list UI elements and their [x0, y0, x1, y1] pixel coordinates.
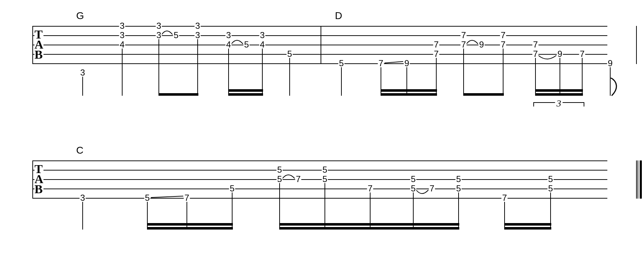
beam-secondary [280, 223, 459, 226]
fret-number: 5 [410, 185, 416, 192]
fret-number: 7 [433, 50, 439, 58]
fret-number: 5 [276, 166, 282, 174]
staff-line [32, 198, 607, 199]
tie-arc-icon [538, 55, 558, 63]
note-stem [289, 58, 290, 96]
fret-number: 5 [455, 185, 461, 192]
tab-page: TABTABG333433533345345D579777797777979C3… [0, 0, 644, 272]
fret-number: 5 [455, 175, 461, 183]
note-stem [228, 48, 229, 96]
staff-line [32, 54, 607, 55]
fret-number: 9 [557, 50, 563, 58]
end-barline [640, 160, 642, 199]
fret-number: 7 [184, 194, 190, 202]
tie-arc-icon [161, 27, 174, 36]
beam-secondary [147, 223, 233, 226]
fret-number: 3 [156, 22, 162, 30]
fret-number: 5 [322, 166, 328, 174]
chord-label: D [335, 10, 342, 22]
fret-number: 5 [286, 50, 293, 58]
fret-number: 7 [500, 31, 506, 39]
fret-number: 3 [259, 31, 265, 39]
barline [636, 26, 637, 64]
fret-number: 5 [547, 175, 553, 183]
note-stem [82, 76, 83, 96]
tie-arc-icon [466, 37, 479, 45]
fret-number: 7 [433, 41, 439, 49]
fret-number: 9 [404, 59, 410, 67]
fret-number: 4 [119, 41, 125, 49]
fret-number: 9 [607, 59, 613, 67]
fret-number: 3 [156, 31, 162, 39]
tie-arc-icon [282, 171, 296, 180]
tab-clef: TAB [34, 164, 43, 194]
barline [636, 160, 637, 199]
fret-number: 7 [295, 175, 301, 183]
fret-number: 7 [532, 41, 538, 49]
fret-number: 3 [194, 22, 201, 30]
fret-number: 3 [79, 194, 86, 202]
fret-number: 7 [378, 59, 384, 67]
beam [280, 227, 459, 230]
eighth-flag-icon [610, 78, 625, 99]
beam [159, 93, 198, 96]
beam [505, 227, 551, 230]
fret-number: 5 [144, 194, 150, 202]
note-stem [158, 39, 159, 96]
beam [535, 93, 583, 96]
fret-number: 3 [79, 69, 86, 77]
beam-secondary [535, 89, 583, 92]
fret-number: 5 [547, 185, 553, 192]
note-stem [610, 67, 611, 96]
fret-number: 7 [367, 185, 373, 192]
note-stem [82, 201, 83, 230]
staff-line [32, 160, 607, 161]
fret-number: 5 [276, 175, 282, 183]
chord-label: C [76, 145, 83, 156]
fret-number: 7 [460, 31, 466, 39]
note-stem [197, 39, 198, 96]
barline [32, 160, 33, 199]
fret-number: 4 [259, 41, 265, 49]
fret-number: 7 [460, 41, 466, 49]
barline [638, 160, 638, 199]
beam-secondary [505, 223, 551, 226]
fret-number: 3 [194, 31, 201, 39]
fret-number: 5 [243, 41, 249, 49]
staff-line [32, 189, 607, 189]
beam-secondary [381, 89, 437, 92]
note-stem [341, 67, 342, 96]
fret-number: 4 [225, 41, 231, 49]
note-stem [262, 48, 263, 96]
note-stem [463, 48, 464, 96]
fret-number: 3 [119, 31, 125, 39]
chord-label: G [76, 10, 84, 22]
fret-number: 7 [429, 185, 435, 192]
tie-arc-icon [231, 37, 244, 45]
tab-clef: TAB [34, 30, 43, 60]
fret-number: 7 [579, 50, 585, 58]
fret-number: 7 [532, 50, 538, 58]
staff-line [32, 63, 607, 64]
fret-number: 3 [119, 22, 125, 30]
barline [32, 26, 33, 64]
barline [321, 26, 321, 64]
staff-line [32, 45, 607, 45]
staff-line [32, 170, 607, 171]
staff-line [32, 26, 607, 27]
note-stem [122, 48, 123, 96]
beam [147, 227, 233, 230]
fret-number: 3 [225, 31, 231, 39]
beam-secondary [229, 89, 263, 92]
fret-number: 5 [338, 59, 344, 67]
note-stem [325, 183, 325, 230]
staff-line [32, 35, 607, 36]
staff-line [32, 179, 607, 180]
fret-number: 5 [173, 31, 179, 39]
fret-number: 5 [410, 175, 416, 183]
fret-number: 9 [478, 41, 484, 49]
fret-number: 7 [501, 194, 507, 202]
beam [229, 93, 263, 96]
beam [381, 93, 437, 96]
note-stem [503, 48, 503, 96]
